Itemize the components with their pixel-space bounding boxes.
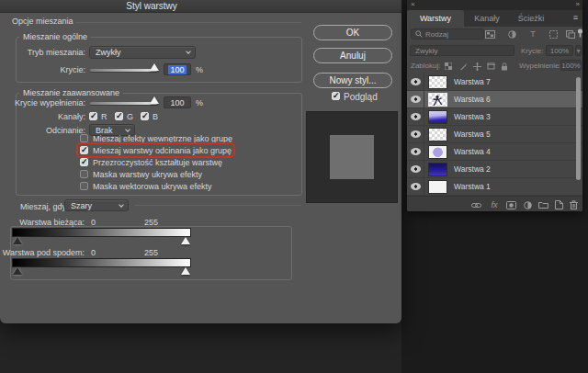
layer-row[interactable]: Warstwa 7 — [407, 73, 582, 91]
tab-paths[interactable]: Ścieżki — [510, 10, 552, 27]
close-panel-icon[interactable]: × — [411, 0, 415, 8]
layer-row[interactable]: Warstwa 1 — [407, 178, 582, 196]
layer-visibility-toggle[interactable] — [407, 143, 424, 160]
layer-row[interactable]: Warstwa 3 — [407, 108, 582, 126]
layer-effects-icon[interactable]: fx — [488, 199, 501, 210]
new-style-button[interactable]: Nowy styl... — [313, 73, 392, 88]
fill-opacity-slider-thumb[interactable] — [150, 96, 159, 104]
panel-menu-icon[interactable]: ≡ — [573, 13, 578, 22]
current-layer-highlight-marker[interactable] — [181, 237, 190, 244]
fill-opacity-value-field[interactable]: 100 — [164, 96, 191, 108]
lock-position-icon[interactable] — [471, 61, 482, 72]
layer-filter-select[interactable]: Rodzaj — [411, 28, 484, 40]
panel-blend-mode-select[interactable]: Zwykły — [410, 45, 514, 56]
lock-all-icon[interactable] — [499, 61, 510, 72]
option-checkbox[interactable] — [80, 170, 88, 178]
panel-opacity-stepper[interactable]: ▾ — [575, 45, 582, 56]
new-adjustment-layer-icon[interactable] — [521, 199, 534, 210]
blend-mode-select[interactable]: Zwykły — [89, 46, 196, 59]
lock-artboard-icon[interactable] — [485, 61, 496, 72]
layer-thumbnail[interactable] — [428, 93, 447, 107]
tab-channels[interactable]: Kanały — [466, 10, 508, 27]
channel-g-checkbox[interactable] — [115, 112, 123, 120]
layer-row[interactable]: Warstwa 2 — [407, 161, 582, 178]
lock-label: Zablokuj: — [411, 62, 440, 70]
current-layer-shadow-marker[interactable] — [13, 237, 22, 244]
layer-visibility-toggle[interactable] — [407, 126, 424, 142]
blend-option-row[interactable]: Przezroczystość kształtuje warstwę — [78, 156, 224, 168]
lock-transparency-icon[interactable] — [443, 61, 454, 72]
layer-row[interactable]: Warstwa 4 — [407, 143, 582, 161]
blend-if-label: Mieszaj, gdy: — [20, 202, 69, 211]
blend-if-select[interactable]: Szary — [64, 199, 129, 211]
opacity-unit: % — [196, 65, 203, 74]
layer-visibility-toggle[interactable] — [407, 108, 424, 125]
layer-name[interactable]: Warstwa 6 — [454, 95, 491, 104]
add-layer-mask-icon[interactable] — [504, 199, 517, 210]
fill-opacity-slider-track[interactable] — [90, 102, 157, 105]
preview-checkbox[interactable] — [332, 92, 340, 100]
layer-name[interactable]: Warstwa 5 — [454, 130, 491, 139]
layer-row[interactable]: Warstwa 6 — [407, 91, 582, 108]
layer-thumbnail[interactable] — [428, 145, 447, 159]
channel-b-checkbox[interactable] — [141, 112, 149, 120]
layer-name[interactable]: Warstwa 1 — [454, 182, 491, 191]
underlying-layer-gradient-slider[interactable] — [12, 258, 191, 267]
ok-button[interactable]: OK — [313, 25, 392, 40]
current-layer-gradient-slider[interactable] — [12, 228, 191, 237]
layer-name[interactable]: Warstwa 7 — [454, 77, 491, 86]
opacity-slider-track[interactable] — [90, 69, 157, 72]
layer-thumbnail[interactable] — [428, 110, 447, 124]
new-group-icon[interactable] — [537, 199, 549, 210]
opacity-value: 100 — [168, 65, 186, 74]
blend-option-row[interactable]: Mieszaj warstwy odcinania jako grupę — [78, 144, 233, 156]
panel-opacity-value-box[interactable]: 100% — [546, 45, 573, 56]
layer-thumbnail[interactable] — [428, 180, 447, 194]
layers-scrollbar[interactable] — [576, 77, 581, 180]
lock-row: Zablokuj: Wypełnienie: 100% — [407, 59, 582, 73]
blend-option-row[interactable]: Maska warstwy ukrywa efekty — [78, 168, 204, 180]
tab-layers[interactable]: Warstwy — [407, 10, 464, 27]
new-layer-icon[interactable] — [552, 199, 565, 210]
option-checkbox[interactable] — [80, 134, 88, 142]
layer-visibility-toggle[interactable] — [407, 73, 424, 90]
blend-mode-row: Zwykły Krycie: 100% ▾ — [407, 44, 582, 59]
option-checkbox[interactable] — [80, 182, 88, 190]
layer-thumbnail[interactable] — [428, 163, 447, 176]
panel-fill-value-box[interactable]: 100% — [560, 60, 582, 71]
option-checkbox[interactable] — [80, 146, 88, 154]
blend-option-row[interactable]: Maska wektorowa ukrywa efekty — [78, 180, 214, 192]
channel-r-label: R — [101, 112, 107, 121]
cancel-button[interactable]: Anuluj — [313, 48, 392, 63]
filter-shape-layers-icon[interactable] — [548, 28, 559, 40]
channel-r-checkbox[interactable] — [89, 112, 97, 120]
delete-layer-icon[interactable] — [567, 199, 580, 210]
collapse-panel-icon[interactable]: » — [576, 0, 579, 8]
link-layers-icon[interactable] — [469, 199, 482, 210]
current-layer-label: Warstwa bieżąca: — [0, 218, 85, 227]
opacity-value-field[interactable]: 100 — [164, 63, 191, 75]
dialog-titlebar[interactable]: Styl warstwy — [0, 0, 401, 13]
dialog-title: Styl warstwy — [126, 1, 177, 11]
layer-visibility-toggle[interactable] — [407, 91, 424, 107]
layer-name[interactable]: Warstwa 4 — [454, 147, 491, 156]
filter-pixel-layers-icon[interactable] — [484, 28, 495, 40]
filter-type-layers-icon[interactable]: T — [527, 28, 538, 40]
layer-visibility-toggle[interactable] — [407, 178, 424, 195]
eye-icon — [411, 130, 421, 138]
lock-pixels-icon[interactable] — [458, 61, 469, 72]
filter-toggle-icon[interactable] — [574, 28, 585, 39]
opacity-slider-thumb[interactable] — [150, 63, 159, 71]
layer-name[interactable]: Warstwa 3 — [454, 112, 491, 121]
underlying-layer-highlight-marker[interactable] — [181, 267, 190, 275]
underlying-layer-shadow-marker[interactable] — [13, 267, 22, 275]
layer-thumbnail[interactable] — [428, 75, 447, 89]
layer-name[interactable]: Warstwa 2 — [454, 164, 491, 174]
layer-thumbnail[interactable] — [428, 128, 447, 141]
option-checkbox[interactable] — [80, 158, 88, 166]
blend-mode-value: Zwykły — [96, 48, 121, 57]
filter-adjustment-layers-icon[interactable] — [506, 28, 517, 40]
layer-visibility-toggle[interactable] — [407, 161, 424, 177]
blend-option-row[interactable]: Mieszaj efekty wewnętrzne jako grupę — [78, 132, 234, 144]
layer-row[interactable]: Warstwa 5 — [407, 126, 582, 143]
